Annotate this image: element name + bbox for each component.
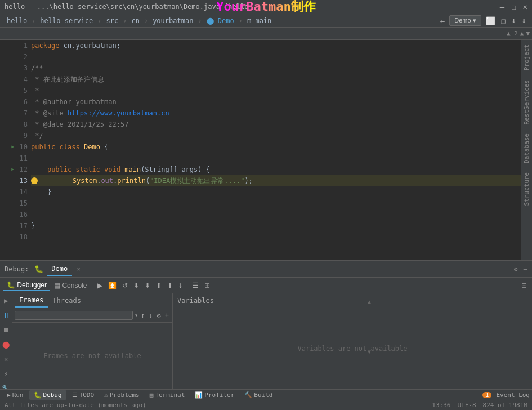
gutter-line-12: ▶12 [0, 164, 29, 175]
bottom-tab-todo[interactable]: ☰ TODO [68, 390, 99, 400]
left-icon-run[interactable]: ▶ [3, 296, 9, 306]
scroll-up-icon[interactable]: ▲ [520, 30, 524, 37]
code-line-6: * @author yourbatman [31, 96, 521, 108]
nav-item-main[interactable]: m main [245, 16, 274, 26]
nav-item-yourbatman[interactable]: yourbatman [150, 16, 195, 26]
debug-tool-step-out[interactable]: ⬆ [154, 280, 163, 291]
title-text: hello - ...\hello-service\src\cn\yourbat… [5, 3, 500, 11]
sidebar-tab-project[interactable]: Project [521, 40, 532, 75]
frames-filter-input[interactable] [15, 311, 133, 320]
frames-up-btn[interactable]: ↑ [140, 311, 146, 320]
debug-tool-mute[interactable]: ⊞ [203, 280, 212, 291]
scroll-down-icon[interactable]: ▼ [526, 30, 530, 37]
frames-dropdown-icon[interactable]: ▾ [135, 312, 138, 318]
left-icon-breakpoint[interactable]: ⬤ [1, 340, 11, 350]
maximize-button[interactable]: ☐ [511, 2, 516, 11]
frames-threads-tabs: Frames Threads [12, 293, 172, 308]
gutter-line-16: 16 [0, 209, 29, 220]
frames-add-btn[interactable]: + [164, 311, 170, 320]
debug-body: ▶ ⏸ ⏹ ⬤ ✕ ⚡ 🔧 ≫ Frames Threads ▾ [0, 293, 532, 389]
run-stop-icon[interactable]: ⬜ [485, 15, 497, 26]
debug-settings-icon[interactable]: ⚙ [514, 265, 518, 273]
gutter-line-11: 11 [0, 153, 29, 164]
debug-tab-name[interactable]: Demo [47, 262, 72, 276]
debug-minimize-icon[interactable]: — [524, 265, 527, 273]
nav-back-icon[interactable]: ← [439, 15, 446, 26]
variables-empty-message: Variables are not available [297, 345, 407, 353]
debug-tool-run-cursor[interactable]: ⬆ [166, 280, 175, 291]
code-line-16 [31, 209, 521, 220]
close-button[interactable]: ✕ [523, 2, 527, 11]
code-line-2 [31, 51, 521, 63]
debug-tab-icon: 🐛 [34, 265, 43, 273]
nav-more-icon[interactable]: ⬇ [521, 15, 527, 26]
editor-area: 1 2 3 4 5 6 7 8 9 ▶10 11 ▶12 13 14 [0, 40, 532, 260]
code-line-18 [31, 231, 521, 243]
bottom-tab-debug[interactable]: 🐛 Debug [29, 390, 66, 400]
bottom-tab-problems[interactable]: ⚠ Problems [100, 390, 144, 400]
variables-header-label: Variables [177, 297, 214, 305]
left-icon-wrench[interactable]: 🔧 [1, 384, 11, 389]
debug-tool-stop[interactable]: ⏫ [106, 280, 118, 291]
left-icon-cancel[interactable]: ✕ [3, 354, 9, 364]
debug-tool-settings-right[interactable]: ⊟ [520, 280, 529, 291]
left-icon-pause[interactable]: ⏸ [2, 310, 11, 320]
bottom-tab-terminal[interactable]: ▤ Terminal [145, 390, 190, 400]
status-memory[interactable]: 824 of 1981M [483, 402, 527, 409]
sidebar-tab-structure[interactable]: Structure [521, 168, 532, 211]
code-line-9: */ [31, 130, 521, 141]
run-config-button[interactable]: Demo ▾ [449, 15, 481, 26]
sidebar-tab-restservices[interactable]: RestServices [521, 75, 532, 129]
debug-panel: Debug: 🐛 Demo ✕ ⚙ — 🐛 Debugger ▤ Console… [0, 260, 532, 389]
code-line-1: package cn.yourbatman; [31, 40, 521, 51]
debug-tool-resume[interactable]: ▶ [96, 280, 104, 291]
minimize-button[interactable]: — [500, 2, 504, 11]
code-content-area[interactable]: package cn.yourbatman; /** * 在此处添加备注信息 *… [31, 40, 521, 260]
debugger-tab-button[interactable]: 🐛 Debugger [3, 280, 50, 291]
nav-save-icon[interactable]: ⬇ [510, 15, 517, 26]
code-editor[interactable]: 1 2 3 4 5 6 7 8 9 ▶10 11 ▶12 13 14 [0, 40, 521, 260]
debug-tool-breakpoints[interactable]: ☰ [191, 280, 200, 291]
variables-content: Variables are not available [173, 308, 532, 389]
debug-tool-evaluate[interactable]: ⤵ [177, 280, 184, 291]
frames-filter-btn[interactable]: ⚙ [156, 311, 162, 320]
gutter-line-3: 3 [0, 63, 29, 74]
nav-item-src[interactable]: src [104, 16, 121, 26]
bottom-tab-profiler[interactable]: 📊 Profiler [190, 390, 239, 400]
profiler-tab-icon: 📊 [195, 391, 203, 399]
console-tab-button[interactable]: ▤ Console [52, 280, 88, 291]
debug-tool-step-into[interactable]: ⬇ [143, 280, 152, 291]
frames-panel: Frames Threads ▾ ↑ ↓ ⚙ + Frames are not … [12, 293, 173, 389]
code-line-11 [31, 153, 521, 164]
frames-scroll-up[interactable]: ▲ [368, 298, 371, 305]
event-log-label[interactable]: Event Log [496, 391, 530, 399]
left-icon-power[interactable]: ⚡ [3, 369, 9, 379]
debug-close-tab[interactable]: ✕ [77, 265, 81, 273]
gutter-line-6: 6 [0, 96, 29, 108]
frames-tab[interactable]: Frames [15, 294, 48, 308]
nav-item-hello[interactable]: hello [5, 16, 29, 26]
code-line-4: * 在此处添加备注信息 [31, 74, 521, 85]
nav-item-hello-service[interactable]: hello-service [38, 16, 95, 26]
nav-item-cn[interactable]: cn [129, 16, 141, 26]
frames-down-btn[interactable]: ↓ [147, 311, 154, 320]
toolbar-sep-2 [187, 281, 187, 290]
code-line-7: * @site https://www.yourbatman.cn [31, 108, 521, 119]
debug-tool-restart[interactable]: ↺ [120, 280, 129, 291]
nav-item-demo-file[interactable]: ⬤ Demo [204, 16, 236, 26]
terminal-tab-label: Terminal [155, 391, 185, 399]
bottom-tab-build[interactable]: 🔨 Build [240, 390, 277, 400]
frames-scroll-down[interactable]: ▼ [368, 349, 371, 355]
status-encoding[interactable]: UTF-8 [457, 402, 476, 409]
bottom-tab-run[interactable]: ▶ Run [2, 390, 28, 400]
event-log-badge: 1 [482, 392, 491, 398]
left-icon-stop[interactable]: ⏹ [2, 325, 11, 335]
threads-tab[interactable]: Threads [48, 295, 86, 307]
sidebar-tab-database[interactable]: Database [521, 129, 532, 168]
frames-content: Frames are not available [12, 323, 172, 389]
debug-tool-step-over[interactable]: ⬇ [132, 280, 141, 291]
nav-layout-icon[interactable]: ❐ [500, 15, 507, 26]
fold-arrow-10[interactable]: ▶ [11, 141, 14, 153]
gutter-line-13: 13 [0, 175, 29, 186]
fold-arrow-12[interactable]: ▶ [11, 164, 14, 175]
